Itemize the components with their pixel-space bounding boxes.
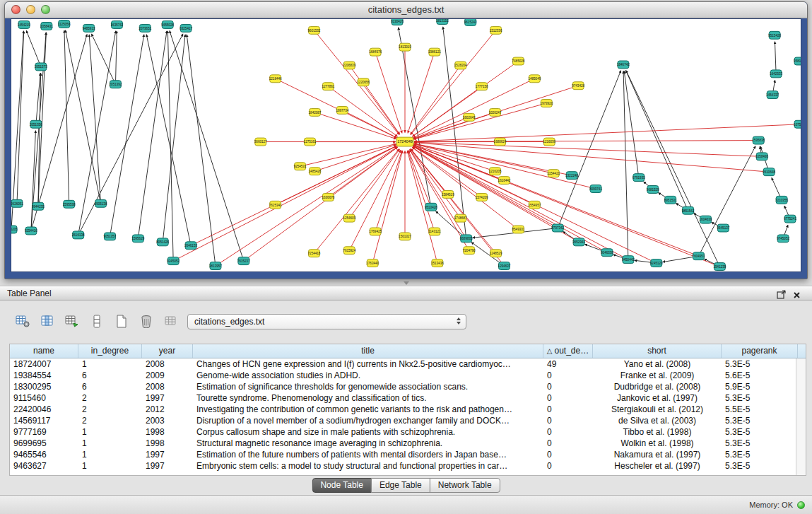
column-header-in_degree[interactable]: in_degree xyxy=(78,344,142,358)
graph-node[interactable]: 1595538 xyxy=(63,200,76,208)
graph-node[interactable]: 1154421 xyxy=(548,170,560,177)
graph-node[interactable]: 9046338 xyxy=(601,249,613,257)
graph-node[interactable]: 1554957 xyxy=(528,201,541,209)
graph-node[interactable]: 9681529 xyxy=(647,186,659,194)
graph-node[interactable]: 9245052 xyxy=(167,257,180,265)
panel-splitter[interactable] xyxy=(0,280,812,286)
graph-node[interactable]: 8675205 xyxy=(11,226,18,233)
minimize-button[interactable] xyxy=(26,5,35,14)
graph-node[interactable]: 9051357 xyxy=(104,233,117,240)
graph-node[interactable]: 2626051 xyxy=(11,199,23,207)
graph-node[interactable]: 8797342 xyxy=(551,224,564,232)
graph-node[interactable]: 1294637 xyxy=(498,262,511,270)
graph-node[interactable]: 7204790 xyxy=(463,247,476,255)
graph-node[interactable]: 8099741 xyxy=(589,185,602,193)
graph-node[interactable]: 1748687 xyxy=(454,214,467,222)
graph-node[interactable]: 8130426 xyxy=(391,19,404,25)
graph-node[interactable]: 9485913 xyxy=(83,24,95,32)
graph-node[interactable]: 6791935 xyxy=(632,174,645,182)
graph-node[interactable]: 1501327 xyxy=(399,233,411,240)
graph-node[interactable]: 7254418 xyxy=(308,250,321,257)
graph-node[interactable]: 1595629 xyxy=(131,235,144,243)
float-panel-icon[interactable] xyxy=(777,289,787,298)
graph-node[interactable]: 1813019 xyxy=(399,43,411,51)
graph-node[interactable]: 2058431 xyxy=(40,22,53,30)
graph-node[interactable]: 1769425 xyxy=(369,228,382,235)
graph-node[interactable]: 7615237 xyxy=(237,257,250,265)
tab-node-table[interactable]: Node Table xyxy=(312,478,372,493)
column-header-pagerank[interactable]: pagerank xyxy=(722,344,798,358)
memory-indicator[interactable] xyxy=(797,501,805,509)
graph-node[interactable]: 1973920 xyxy=(540,100,553,107)
graph-node[interactable]: 7625341 xyxy=(269,201,282,209)
table-row[interactable]: 1872400712008Changes of HCN gene express… xyxy=(10,358,806,370)
graph-node[interactable]: 9245120 xyxy=(650,259,663,267)
graph-node[interactable]: 7604951 xyxy=(693,252,705,260)
graph-node[interactable]: 1602643 xyxy=(463,113,476,121)
graph-node[interactable]: 2051356 xyxy=(30,120,42,128)
graph-node[interactable]: 1574209 xyxy=(476,193,488,201)
graph-node[interactable]: 2206839 xyxy=(343,62,355,69)
column-header-title[interactable]: title xyxy=(193,344,543,358)
graph-node[interactable]: 1684576 xyxy=(369,48,382,56)
graph-node[interactable]: 1763440 xyxy=(366,259,379,267)
graph-node[interactable]: 1846742 xyxy=(617,61,630,69)
table-row[interactable]: 1830029562008Estimation of significance … xyxy=(10,381,806,392)
column-header-year[interactable]: year xyxy=(142,344,193,358)
graph-node[interactable]: 1322248 xyxy=(565,172,578,180)
graph-node[interactable]: 1454337 xyxy=(766,91,779,99)
window-titlebar[interactable]: citations_edges.txt xyxy=(5,2,807,18)
graph-node[interactable]: 9581539 xyxy=(794,57,801,65)
graph-node[interactable]: 9743428 xyxy=(572,82,584,90)
graph-node[interactable]: 1680624 xyxy=(494,138,507,146)
graph-node[interactable]: 2646153 xyxy=(184,242,197,250)
graph-node[interactable]: 9455028 xyxy=(161,21,174,28)
graph-node[interactable]: 1642533 xyxy=(770,70,782,78)
column-header-name[interactable]: name xyxy=(10,344,78,358)
graph-node[interactable]: 9545137 xyxy=(717,224,729,232)
column-header-out_degree[interactable]: △out_de… xyxy=(543,344,593,358)
graph-node[interactable]: 1454219 xyxy=(18,21,30,28)
graph-node[interactable]: 1218446 xyxy=(269,75,282,83)
graph-node[interactable]: 1220656 xyxy=(357,78,370,86)
graph-node[interactable]: 2616138 xyxy=(72,231,85,239)
graph-node[interactable]: 1512336 xyxy=(490,26,502,34)
close-button[interactable] xyxy=(11,5,20,14)
table-row[interactable]: 946554611997Estimation of the future num… xyxy=(10,449,806,460)
graph-node[interactable]: 6689835 xyxy=(460,235,473,243)
table-select-dropdown[interactable]: citations_edges.txt xyxy=(187,314,466,329)
table-row[interactable]: 1456911722003Disruption of a novel membe… xyxy=(10,415,806,426)
graph-node[interactable]: 9515428 xyxy=(768,31,781,39)
graph-node[interactable]: 2073651 xyxy=(139,24,151,32)
tab-network-table[interactable]: Network Table xyxy=(430,478,500,493)
graph-node[interactable]: 9254531 xyxy=(294,163,307,170)
table-import-button[interactable] xyxy=(64,315,81,330)
table-gray-button[interactable] xyxy=(163,315,180,330)
graph-node[interactable]: 1254609 xyxy=(343,214,355,222)
graph-node[interactable]: 2051373 xyxy=(35,63,47,71)
graph-node[interactable]: 1485049 xyxy=(528,75,541,83)
cell-button[interactable] xyxy=(88,315,105,330)
table-row[interactable]: 1938455462009Genome-wide association stu… xyxy=(10,370,806,381)
graph-node[interactable]: 1058436 xyxy=(755,153,768,160)
table-row[interactable]: 2242004622012Investigating the contribut… xyxy=(10,404,806,415)
graph-node[interactable]: 7485028 xyxy=(512,57,525,65)
graph-node[interactable]: 1724049 xyxy=(396,137,413,146)
new-file-button[interactable] xyxy=(113,315,130,330)
graph-node[interactable]: 1813957 xyxy=(209,262,222,270)
graph-node[interactable]: 2051392 xyxy=(110,81,122,88)
graph-node[interactable]: 1842087 xyxy=(309,108,322,116)
graph-node[interactable]: 2610648 xyxy=(763,168,775,176)
graph-node[interactable]: 8951531 xyxy=(664,196,677,204)
graph-node[interactable]: 1513436 xyxy=(431,259,444,267)
graph-node[interactable]: 1277861 xyxy=(322,83,334,90)
graph-node[interactable]: 1026247 xyxy=(489,108,502,116)
graph-node[interactable]: 1604639 xyxy=(700,216,712,223)
table-scrollbar[interactable] xyxy=(796,358,806,475)
graph-node[interactable]: 1125056 xyxy=(58,20,71,28)
graph-node[interactable]: 1636678 xyxy=(322,193,334,201)
graph-node[interactable]: 1216036 xyxy=(543,138,555,146)
zoom-button[interactable] xyxy=(41,5,50,14)
close-panel-icon[interactable] xyxy=(793,289,803,298)
graph-node[interactable]: 9851542 xyxy=(682,206,695,214)
